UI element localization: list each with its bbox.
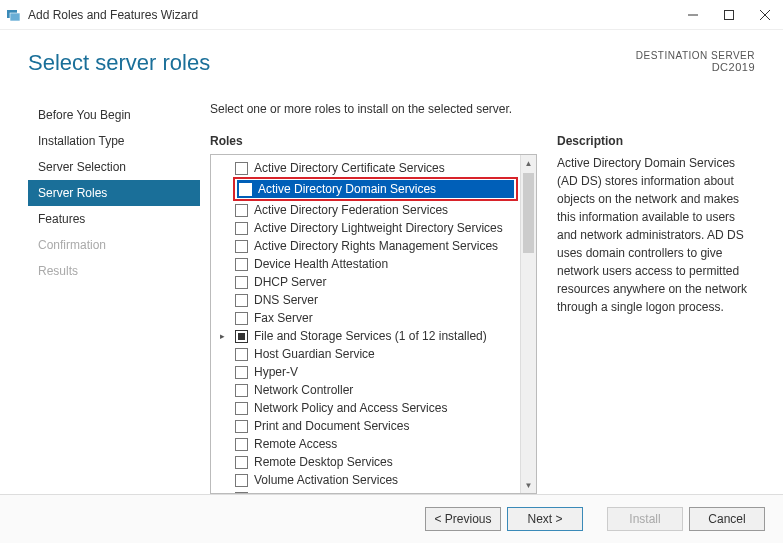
role-label: Volume Activation Services [254,472,398,488]
checkbox-icon[interactable] [235,366,248,379]
role-label: Host Guardian Service [254,346,375,362]
checkbox-icon[interactable] [235,222,248,235]
checkbox-icon[interactable] [235,204,248,217]
description-text: Active Directory Domain Services (AD DS)… [557,154,757,316]
role-row[interactable]: DHCP Server [211,273,520,291]
role-label: Network Policy and Access Services [254,400,447,416]
scroll-thumb[interactable] [523,173,534,253]
role-label: DNS Server [254,292,318,308]
role-label: Active Directory Certificate Services [254,160,445,176]
role-label: Fax Server [254,310,313,326]
window-title: Add Roles and Features Wizard [28,8,675,22]
svg-rect-1 [10,13,20,21]
highlight-box: Active Directory Domain Services [233,177,518,201]
role-label: Remote Access [254,436,337,452]
role-label: Network Controller [254,382,353,398]
destination-block: DESTINATION SERVER DC2019 [636,50,755,73]
cancel-button[interactable]: Cancel [689,507,765,531]
header: Select server roles DESTINATION SERVER D… [0,30,783,86]
checkbox-icon[interactable] [235,492,248,494]
checkbox-icon[interactable] [235,438,248,451]
role-row[interactable]: Web Server (IIS) [211,489,520,493]
role-row[interactable]: Device Health Attestation [211,255,520,273]
role-label: Hyper-V [254,364,298,380]
role-label: Print and Document Services [254,418,409,434]
description-label: Description [557,134,757,148]
role-label: Active Directory Federation Services [254,202,448,218]
roles-label: Roles [210,134,537,148]
role-row[interactable]: File and Storage Services (1 of 12 insta… [211,327,520,345]
minimize-button[interactable] [675,0,711,30]
scroll-up-icon[interactable]: ▲ [521,155,536,171]
checkbox-icon[interactable] [235,162,248,175]
previous-button[interactable]: < Previous [425,507,501,531]
intro-text: Select one or more roles to install on t… [210,102,757,116]
app-icon [6,7,22,23]
role-row[interactable]: Host Guardian Service [211,345,520,363]
roles-listbox: Active Directory Certificate ServicesAct… [210,154,537,494]
role-row[interactable]: Active Directory Federation Services [211,201,520,219]
checkbox-icon[interactable] [235,456,248,469]
role-row[interactable]: Active Directory Certificate Services [211,159,520,177]
role-label: Device Health Attestation [254,256,388,272]
role-row[interactable]: Volume Activation Services [211,471,520,489]
scrollbar[interactable]: ▲ ▼ [520,155,536,493]
checkbox-icon[interactable] [235,402,248,415]
checkbox-icon[interactable] [235,258,248,271]
role-row[interactable]: Active Directory Lightweight Directory S… [211,219,520,237]
role-row[interactable]: Hyper-V [211,363,520,381]
page-title: Select server roles [28,50,636,76]
nav-item[interactable]: Server Roles [28,180,200,206]
destination-label: DESTINATION SERVER [636,50,755,61]
next-button[interactable]: Next > [507,507,583,531]
title-bar: Add Roles and Features Wizard [0,0,783,30]
role-row[interactable]: Network Policy and Access Services [211,399,520,417]
checkbox-icon[interactable] [235,312,248,325]
maximize-button[interactable] [711,0,747,30]
role-row[interactable]: Remote Desktop Services [211,453,520,471]
checkbox-icon[interactable] [235,330,248,343]
nav-sidebar: Before You BeginInstallation TypeServer … [28,86,200,494]
svg-rect-3 [725,10,734,19]
checkbox-icon[interactable] [235,474,248,487]
roles-list[interactable]: Active Directory Certificate ServicesAct… [211,155,520,493]
footer: < Previous Next > Install Cancel [0,494,783,543]
checkbox-icon[interactable] [235,240,248,253]
role-label: DHCP Server [254,274,326,290]
role-label: Web Server (IIS) [254,490,343,493]
nav-item: Results [28,258,200,284]
nav-item[interactable]: Before You Begin [28,102,200,128]
role-row[interactable]: DNS Server [211,291,520,309]
install-button: Install [607,507,683,531]
role-row[interactable]: Fax Server [211,309,520,327]
role-label: Active Directory Rights Management Servi… [254,238,498,254]
nav-item[interactable]: Installation Type [28,128,200,154]
role-row[interactable]: Remote Access [211,435,520,453]
nav-item[interactable]: Features [28,206,200,232]
checkbox-icon[interactable] [235,276,248,289]
role-row[interactable]: Active Directory Domain Services [237,180,514,198]
role-row[interactable]: Network Controller [211,381,520,399]
role-label: Active Directory Domain Services [258,181,436,197]
destination-server: DC2019 [636,61,755,73]
checkbox-icon[interactable] [235,348,248,361]
role-label: File and Storage Services (1 of 12 insta… [254,328,487,344]
nav-item: Confirmation [28,232,200,258]
role-row[interactable]: Print and Document Services [211,417,520,435]
role-label: Active Directory Lightweight Directory S… [254,220,503,236]
checkbox-icon[interactable] [235,420,248,433]
checkbox-icon[interactable] [235,294,248,307]
scroll-down-icon[interactable]: ▼ [521,477,536,493]
nav-item[interactable]: Server Selection [28,154,200,180]
role-label: Remote Desktop Services [254,454,393,470]
checkbox-icon[interactable] [235,384,248,397]
checkbox-icon[interactable] [239,183,252,196]
role-row[interactable]: Active Directory Rights Management Servi… [211,237,520,255]
close-button[interactable] [747,0,783,30]
